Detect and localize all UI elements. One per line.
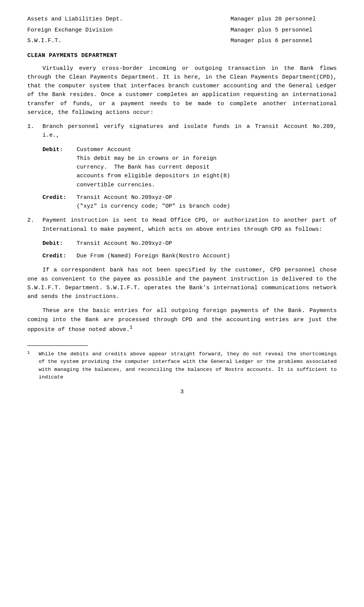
dept-right-1: Manager plus 20 personnel xyxy=(231,15,337,24)
footnote-number: 1 xyxy=(27,350,36,381)
main-paragraph: Virtually every cross-border incoming or… xyxy=(27,64,337,117)
dept-table: Assets and Liabilities Dept. Manager plu… xyxy=(27,15,337,46)
section-heading: CLEAN PAYMENTS DEPARTMENT xyxy=(27,52,337,59)
dept-left-3: S.W.I.F.T. xyxy=(27,37,141,46)
debit-credit-block-1: Debit: Customer AccountThis debit may be… xyxy=(42,145,337,211)
footnote-superscript: 1 xyxy=(27,350,30,355)
footnote-block: 1 While the debits and credits above app… xyxy=(27,350,337,381)
numbered-item-2: 2. Payment instruction is sent to Head O… xyxy=(27,216,337,234)
credit-row-2: Credit: Due From (Named) Foreign Bank(No… xyxy=(42,252,337,260)
debit-label-2: Debit: xyxy=(42,239,77,248)
dept-right-2: Manager plus 5 personnel xyxy=(231,26,337,35)
item-2-text: Payment instruction is sent to Head Offi… xyxy=(42,216,337,234)
debit-content-2: Transit Account No.209xyz-OP xyxy=(77,239,337,248)
numbered-item-1: 1. Branch personnel verify signatures an… xyxy=(27,122,337,140)
debit-label-1: Debit: xyxy=(42,145,77,189)
page: Assets and Liabilities Dept. Manager plu… xyxy=(0,0,364,607)
dept-left-2: Foreign Exchange Division xyxy=(27,26,141,35)
paragraph-3: These are the basic entries for all outg… xyxy=(27,306,337,334)
page-number: 3 xyxy=(27,389,337,395)
credit-content-2: Due From (Named) Foreign Bank(Nostro Acc… xyxy=(77,252,337,260)
credit-content-1: Transit Account No.209xyz-OP("xyz" is cu… xyxy=(77,193,337,211)
dept-row-3: S.W.I.F.T. Manager plus 6 personnel xyxy=(27,37,337,46)
credit-label-1: Credit: xyxy=(42,193,77,211)
credit-label-2: Credit: xyxy=(42,252,77,260)
debit-row-2: Debit: Transit Account No.209xyz-OP xyxy=(42,239,337,248)
footnote-text: While the debits and credits above appea… xyxy=(39,350,337,381)
footnote-divider xyxy=(27,345,88,346)
item-number-1: 1. xyxy=(27,122,42,140)
paragraph-3-text: These are the basic entries for all outg… xyxy=(27,307,337,333)
debit-credit-block-2: Debit: Transit Account No.209xyz-OP Cred… xyxy=(42,239,337,261)
credit-row-1: Credit: Transit Account No.209xyz-OP("xy… xyxy=(42,193,337,211)
debit-row-1: Debit: Customer AccountThis debit may be… xyxy=(42,145,337,189)
debit-content-1: Customer AccountThis debit may be in cro… xyxy=(77,145,337,189)
superscript-1: 1 xyxy=(130,325,133,330)
dept-row-2: Foreign Exchange Division Manager plus 5… xyxy=(27,26,337,35)
paragraph-2: If a correspondent bank has not been spe… xyxy=(27,266,337,301)
item-number-2: 2. xyxy=(27,216,42,234)
item-1-text: Branch personnel verify signatures and i… xyxy=(42,122,337,140)
dept-left-1: Assets and Liabilities Dept. xyxy=(27,15,141,24)
dept-right-3: Manager plus 6 personnel xyxy=(231,37,337,46)
dept-row-1: Assets and Liabilities Dept. Manager plu… xyxy=(27,15,337,24)
